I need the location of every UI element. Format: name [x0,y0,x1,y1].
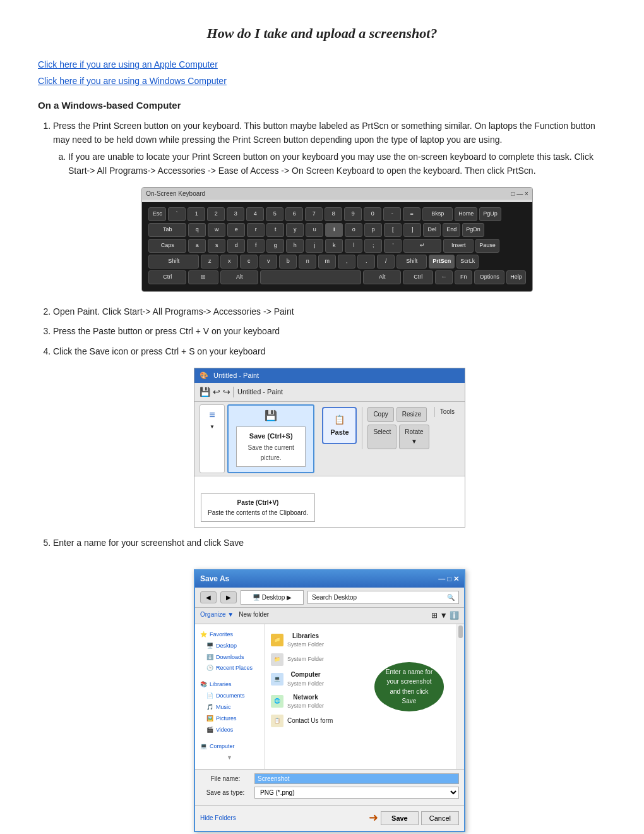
substeps-1: If you are unable to locate your Print S… [68,150,606,296]
key-backtick: ` [168,207,186,221]
search-icon: 🔍 [447,593,455,603]
sidebar-pictures[interactable]: 🖼️Pictures [198,713,261,725]
resize-btn[interactable]: Resize [397,407,427,422]
saveas-action-bar: Organize ▼ New folder ⊞ ▼ ℹ️ [195,608,464,624]
key-2: 2 [207,207,225,221]
step-4: Click the Save icon or press Ctrl + S on… [53,345,606,528]
sidebar-scroll-indicator: ▼ [198,752,261,764]
saveas-tooltip-bubble: Enter a name for your screenshot and the… [374,662,444,711]
saveas-window-controls: — □ ✕ [438,574,459,584]
paint-toolbar: 💾 ↩ ↪ Untitled - Paint [194,383,465,402]
copy-btn[interactable]: Copy [367,407,393,422]
saveas-save-btn[interactable]: Save [381,811,419,825]
sidebar-computer[interactable]: 💻Computer [198,741,261,752]
paint-paste-btn[interactable]: 📋 Paste [322,407,357,444]
key-i: i [325,223,343,237]
file-libraries[interactable]: 📁 Libraries System Folder [270,629,451,651]
key-5: 5 [266,207,283,221]
saveas-scrollbar[interactable] [456,624,464,769]
key-p: p [364,223,382,237]
key-win: ⊞ [188,270,218,284]
paint-title-bar-text: Untitled - Paint [233,387,283,397]
select-btn[interactable]: Select [367,425,397,449]
paint-title: Untitled - Paint [213,370,259,381]
apple-link[interactable]: Click here if you are using an Apple Com… [38,59,218,70]
key-scrlk: ScrLk [456,255,479,269]
key-c: c [240,255,258,269]
sidebar-recent[interactable]: 🕒Recent Places [198,663,261,674]
paint-edit-tools: Copy Resize Select Rotate ▼ [362,407,429,449]
file-sys1-label: System Folder [287,655,324,664]
key-d: d [227,239,245,253]
paint-save-group: 💾 Save (Ctrl+S) Save the current picture… [227,404,314,473]
key-9: 9 [344,207,362,221]
key-a: a [188,239,206,253]
key-h: h [286,239,304,253]
sidebar-desktop[interactable]: 🖥️Desktop [198,641,261,652]
sidebar-downloads[interactable]: ⬇️Downloads [198,652,261,663]
key-end: End [443,223,460,237]
nav-label: Desktop ▶ [262,594,292,601]
saveas-bottom-bar: Hide Folders ➜ Save Cancel [195,805,464,831]
sidebar-documents[interactable]: 📄Documents [198,691,261,702]
paste-label: Paste [330,427,349,438]
copy-select-row: Copy Resize [367,407,429,422]
key-arr-l: ← [435,270,453,284]
file-network-label: Network System Folder [287,692,324,711]
key-alt-r: Alt [363,270,401,284]
saveas-forward-btn[interactable]: ▶ [220,591,237,603]
sidebar-videos[interactable]: 🎬Videos [198,725,261,736]
new-folder-btn[interactable]: New folder [239,610,269,622]
filetype-label: Save as type: [200,788,251,798]
key-6: 6 [285,207,303,221]
sidebar-libraries[interactable]: 📚Libraries [198,679,261,691]
folder-icon-libraries: 📁 [271,634,283,646]
folder-icon-network: 🌐 [271,695,283,708]
nav-icon: 🖥️ [253,594,260,601]
key-l: l [345,239,362,253]
step-4-text: Click the Save icon or press Ctrl + S on… [53,346,266,356]
folder-icon-sys1: 📁 [271,653,283,666]
saveas-titlebar: Save As — □ ✕ [195,571,464,588]
save-title: Save (Ctrl+S) [243,431,299,442]
key-lbracket: [ [384,223,402,237]
key-q: q [188,223,206,237]
paint-undo-icon: ↩ [213,385,220,399]
saveas-cancel-btn[interactable]: Cancel [421,811,459,825]
rotate-btn[interactable]: Rotate ▼ [399,425,429,449]
paste-desc: Paste the contents of the Clipboard. [208,508,308,518]
key-options: Options [474,270,504,284]
organize-btn[interactable]: Organize ▼ [200,610,234,622]
key-quote: ' [384,239,402,253]
sidebar-music[interactable]: 🎵Music [198,702,261,713]
key-r: r [247,223,265,237]
section-title: On a Windows-based Computer [38,100,606,111]
filename-label: File name: [200,774,251,784]
filename-input[interactable] [254,773,459,784]
windows-link[interactable]: Click here if you are using a Windows Co… [38,76,227,86]
saveas-search[interactable]: Search Desktop 🔍 [307,591,459,605]
sidebar-favorites[interactable]: ⭐Favorites [198,629,261,641]
key-bksp: Bksp [422,207,453,221]
file-contact[interactable]: 📋 Contact Us form [270,713,451,729]
key-shift-l: Shift [148,255,199,269]
key-minus: - [383,207,401,221]
saveas-back-btn[interactable]: ◀ [200,591,217,603]
step-2-text: Open Paint. Click Start-> All Programs->… [53,306,294,317]
step-1a: If you are unable to locate your Print S… [68,150,606,296]
key-y: y [286,223,304,237]
paint-icon: 🎨 [200,370,208,381]
key-tab: Tab [148,223,186,237]
paste-tooltip: Paste (Ctrl+V) Paste the contents of the… [201,493,315,522]
view-icons[interactable]: ⊞ ▼ ℹ️ [431,610,459,622]
hide-folders-link[interactable]: Hide Folders [200,813,236,823]
key-home: Home [455,207,477,221]
key-3: 3 [227,207,244,221]
saveas-nav-path: 🖥️ Desktop ▶ [241,590,304,605]
save-tooltip: Save (Ctrl+S) Save the current picture. [236,426,306,467]
arrow-icon: ➜ [369,809,378,827]
key-v: v [259,255,277,269]
filetype-select[interactable]: PNG (*.png) [254,787,459,799]
step-2: Open Paint. Click Start-> All Programs->… [53,305,606,319]
keyboard-controls: □ — × [511,189,528,199]
